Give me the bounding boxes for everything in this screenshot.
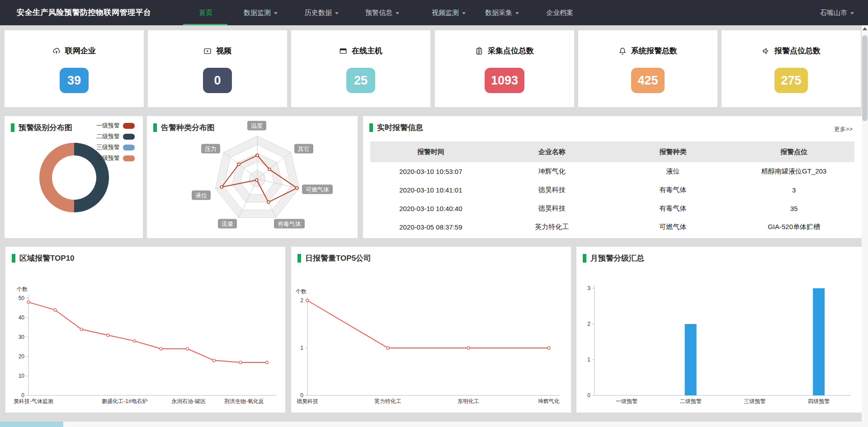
legend-item[interactable]: 三级预警 xyxy=(96,143,135,151)
stat-badge-wrap: 25 xyxy=(291,68,430,93)
radar-data-point xyxy=(296,187,298,189)
radar-data-point xyxy=(237,163,240,165)
alarm-table: 报警时间企业名称报警种类报警点位 2020-03-10 10:53:07坤辉气化… xyxy=(370,141,854,236)
nav-item-home[interactable]: 首页 xyxy=(199,0,212,25)
legend-swatch xyxy=(123,145,135,150)
table-cell: 有毒气体 xyxy=(613,186,734,194)
region-top10-line-chart: 01020304050个数昊科技-气体监测鹏盛化工-1#电石炉永润石油-罐区荆洪… xyxy=(5,247,285,413)
top-nav: 安全生产风险预警防控物联网管理平台 首页数据监测历史数据预警信息视频监测数据采集… xyxy=(0,0,868,25)
nav-item-warning-info[interactable]: 预警信息 xyxy=(365,0,399,25)
chevron-down-icon xyxy=(396,12,399,14)
vertical-scrollbar-thumb[interactable] xyxy=(862,35,868,121)
panel-title-text: 日报警量TOP5公司 xyxy=(305,253,371,263)
title-marker xyxy=(583,254,586,263)
stat-card-system-alarm-total: 系统报警总数425 xyxy=(578,30,717,107)
data-point xyxy=(54,309,57,311)
table-row: 2020-03-10 10:41:01德昊科技有毒气体3 xyxy=(370,181,854,199)
table-cell: 坤辉气化 xyxy=(491,167,613,176)
y-tick-label: 0 xyxy=(300,392,303,399)
legend-item[interactable]: 二级预警 xyxy=(96,132,135,141)
daily-top5-line-chart: 012个数德昊科技英力特化工东明化工坤辉气化 xyxy=(291,247,571,413)
nav-item-label: 数据监测 xyxy=(244,9,271,17)
panel-title: 告警种类分布图 xyxy=(153,122,215,133)
panel-title: 实时报警信息 xyxy=(369,122,423,133)
app-title: 安全生产风险预警防控物联网管理平台 xyxy=(17,0,151,25)
legend-label: 二级预警 xyxy=(96,132,120,141)
line-series xyxy=(28,302,267,362)
data-point xyxy=(27,301,30,304)
scroll-up-arrow-icon[interactable] xyxy=(863,27,867,30)
data-point xyxy=(160,347,162,350)
panel-title: 预警级别分布图 xyxy=(11,122,72,133)
title-marker xyxy=(12,254,15,263)
horizontal-scrollbar-thumb[interactable] xyxy=(0,422,63,427)
data-point xyxy=(467,347,470,349)
radar-data-point xyxy=(255,179,258,182)
x-tick-label: 四级预警 xyxy=(808,398,830,404)
alarm-table-body: 2020-03-10 10:53:07坤辉气化液位精醇南罐液位GT_203202… xyxy=(370,162,854,236)
x-tick-label: 昊科技-气体监测 xyxy=(14,398,53,404)
column-header: 报警时间 xyxy=(370,148,491,156)
nav-item-history-data[interactable]: 历史数据 xyxy=(305,0,339,25)
table-cell: 德昊科技 xyxy=(491,186,613,194)
table-row: 2020-03-10 10:53:07坤辉气化液位精醇南罐液位GT_203 xyxy=(370,162,854,181)
x-tick-label: 德昊科技 xyxy=(297,398,318,404)
title-marker xyxy=(369,123,373,132)
y-tick-label: 3 xyxy=(587,285,590,291)
y-tick-label: 0 xyxy=(587,392,590,399)
data-point xyxy=(107,334,109,337)
title-marker xyxy=(297,254,301,263)
data-point xyxy=(547,347,550,349)
nav-item-enterprise-archive[interactable]: 企业档案 xyxy=(546,0,573,25)
table-cell: 2020-03-10 10:41:01 xyxy=(370,186,491,194)
y-tick-label: 1 xyxy=(587,357,590,363)
y-tick-label: 0 xyxy=(21,392,24,399)
legend-item[interactable]: 一级预警 xyxy=(96,122,135,130)
stat-card-header: 报警点位总数 xyxy=(722,46,861,56)
alarm-table-header: 报警时间企业名称报警种类报警点位 xyxy=(370,141,854,162)
horizontal-scrollbar[interactable] xyxy=(0,422,862,427)
nav-item-data-monitor[interactable]: 数据监测 xyxy=(244,0,278,25)
line-series xyxy=(307,300,549,348)
title-marker xyxy=(11,123,14,132)
column-header: 企业名称 xyxy=(491,148,613,156)
speaker-icon xyxy=(762,47,770,55)
region-selector[interactable]: 石嘴山市 xyxy=(820,0,854,25)
table-cell: GIA-520单体贮槽 xyxy=(733,223,854,231)
legend-swatch xyxy=(123,123,135,129)
data-point xyxy=(387,347,389,349)
stat-card-header: 系统报警总数 xyxy=(578,46,717,56)
vertical-scrollbar[interactable] xyxy=(862,25,868,427)
stat-badge-wrap: 1093 xyxy=(435,68,574,93)
region-top10-panel: 区域报警TOP10 01020304050个数昊科技-气体监测鹏盛化工-1#电石… xyxy=(5,247,285,413)
more-link[interactable]: 更多>> xyxy=(834,125,853,133)
column-header: 报警种类 xyxy=(613,148,734,156)
bar xyxy=(685,324,697,395)
radar-axis-label: 其它 xyxy=(294,144,313,154)
nav-item-label: 企业档案 xyxy=(546,9,573,17)
stat-badge-wrap: 425 xyxy=(578,68,717,93)
x-tick-label: 二级预警 xyxy=(680,398,702,404)
chevron-down-icon xyxy=(850,12,854,14)
y-tick-label: 50 xyxy=(19,295,25,301)
nav-item-video-monitor[interactable]: 视频监测 xyxy=(432,0,466,25)
nav-item-label: 预警信息 xyxy=(365,9,392,17)
x-tick-label: 永润石油-罐区 xyxy=(171,398,206,404)
panel-title-text: 实时报警信息 xyxy=(377,122,423,133)
legend-item[interactable]: 四级预警 xyxy=(96,154,135,162)
stat-card-online-enterprise: 联网企业39 xyxy=(5,30,144,107)
table-cell: 德昊科技 xyxy=(491,204,613,213)
table-cell: 有毒气体 xyxy=(613,204,734,213)
chevron-down-icon xyxy=(335,12,339,14)
clipboard-icon xyxy=(475,47,483,55)
chevron-down-icon xyxy=(462,12,466,14)
radar-data-point xyxy=(256,154,259,157)
data-point xyxy=(239,361,242,364)
table-cell: 可燃气体 xyxy=(613,223,734,231)
cloud-upload-icon xyxy=(52,47,61,55)
nav-item-data-collect[interactable]: 数据采集 xyxy=(485,0,519,25)
table-cell: 2020-03-05 08:37:59 xyxy=(370,223,491,231)
warning-level-panel: 预警级别分布图 一级预警二级预警三级预警四级预警 xyxy=(5,116,143,238)
panel-title: 日报警量TOP5公司 xyxy=(297,253,371,263)
monitor-icon xyxy=(339,47,347,55)
